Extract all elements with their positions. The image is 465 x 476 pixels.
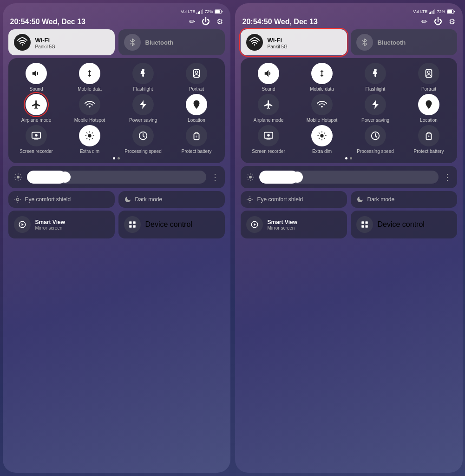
wifi-label: Wi-Fi <box>268 37 282 44</box>
quick-icon-location <box>418 94 439 115</box>
eye-comfort-icon <box>14 196 21 203</box>
smart-view-sublabel: Mirror screen <box>268 225 297 231</box>
wifi-toggle[interactable]: Wi-Fi Pankil 5G <box>8 29 115 55</box>
header-datetime: 20:54:50 Wed, Dec 13 <box>242 18 318 26</box>
quick-icon-sound <box>26 63 47 84</box>
edit-icon[interactable]: ✏ <box>421 17 427 26</box>
quick-item-location[interactable]: Location <box>171 94 222 123</box>
svg-point-37 <box>254 44 255 46</box>
smart-view-label: Smart View <box>35 219 65 225</box>
quick-item-airplane[interactable]: Airplane mode <box>243 94 294 123</box>
svg-rect-28 <box>133 225 135 228</box>
smart-view-tile[interactable]: Smart View Mirror screen <box>241 211 347 238</box>
battery-indicator <box>215 9 223 14</box>
dot-indicator <box>11 156 222 160</box>
wifi-toggle[interactable]: Wi-Fi Pankil 5G <box>241 29 347 55</box>
dot-1 <box>345 157 347 159</box>
toggles-row: Wi-Fi Pankil 5G Bluetooth <box>239 29 459 58</box>
quick-icon-flashlight <box>365 63 386 84</box>
device-control-tile[interactable]: Device control <box>118 211 225 238</box>
quick-icon-hotspot <box>311 94 333 115</box>
svg-point-42 <box>321 106 323 108</box>
quick-item-mobile-data[interactable]: Mobile data <box>297 63 347 92</box>
quick-item-protect-battery[interactable]: Protect battery <box>171 125 222 154</box>
status-icons: Vol LTE 72% <box>181 9 223 14</box>
bluetooth-icon <box>356 34 373 51</box>
quick-item-screen-recorder[interactable]: Screen recorder <box>243 125 294 154</box>
quick-label-location: Location <box>420 118 438 123</box>
quick-item-screen-recorder[interactable]: Screen recorder <box>11 125 62 154</box>
quick-label-processing-speed: Processing speed <box>124 149 162 154</box>
wifi-label: Wi-Fi <box>35 37 50 44</box>
device-control-label: Device control <box>145 220 192 229</box>
brightness-thumb <box>292 172 303 183</box>
settings-icon[interactable]: ⚙ <box>216 17 223 26</box>
svg-rect-6 <box>215 10 220 13</box>
svg-point-43 <box>428 102 430 105</box>
header-actions: ✏ ⏻ ⚙ <box>189 17 223 26</box>
brightness-more-icon[interactable]: ⋮ <box>443 172 452 182</box>
quick-item-processing-speed[interactable]: Processing speed <box>118 125 169 154</box>
brightness-track[interactable] <box>27 171 206 184</box>
quick-grid-container: Sound Mobile data Flashlight Portrait Ai… <box>8 58 225 163</box>
eye-comfort-btn[interactable]: Eye comfort shield <box>8 191 115 208</box>
phones-container: hidden Vol LTE 72% 20:54:50 Wed, Dec 13 … <box>3 3 463 473</box>
svg-rect-0 <box>196 13 197 14</box>
quick-item-extra-dim[interactable]: Extra dim <box>65 125 115 154</box>
svg-point-50 <box>249 176 252 178</box>
quick-icon-extra-dim <box>311 125 333 146</box>
brightness-more-icon[interactable]: ⋮ <box>211 172 219 182</box>
brightness-thumb <box>59 172 71 183</box>
lte-icon: LTE <box>420 9 428 14</box>
quick-item-flashlight[interactable]: Flashlight <box>118 63 169 92</box>
quick-item-mobile-data[interactable]: Mobile data <box>65 63 115 92</box>
smart-view-tile[interactable]: Smart View Mirror screen <box>8 211 115 238</box>
quick-grid-row1: Sound Mobile data Flashlight Portrait <box>11 63 222 92</box>
eye-comfort-icon <box>246 196 254 203</box>
comfort-row: Eye comfort shield Dark mode <box>241 191 457 208</box>
eye-comfort-btn[interactable]: Eye comfort shield <box>241 191 347 208</box>
svg-rect-35 <box>447 10 452 13</box>
quick-item-power-saving[interactable]: Power saving <box>118 94 169 123</box>
svg-point-13 <box>89 106 91 108</box>
brightness-row[interactable]: ⋮ <box>241 166 457 188</box>
brightness-row[interactable]: ⋮ <box>8 166 225 188</box>
quick-item-portrait[interactable]: Portrait <box>171 63 222 92</box>
quick-item-hotspot[interactable]: Mobile Hotspot <box>297 94 347 123</box>
comfort-row: Eye comfort shield Dark mode <box>8 191 225 208</box>
quick-grid-row2: Airplane mode Mobile Hotspot Power savin… <box>243 94 454 123</box>
dark-mode-btn[interactable]: Dark mode <box>351 191 457 208</box>
wifi-icon <box>14 34 31 51</box>
quick-icon-portrait <box>418 63 439 84</box>
brightness-track[interactable] <box>259 171 439 184</box>
status-icons: Vol LTE 72% <box>413 9 455 14</box>
signal-icon <box>429 9 435 14</box>
device-control-icon <box>124 216 141 233</box>
quick-item-location[interactable]: Location <box>404 94 454 123</box>
quick-label-portrait: Portrait <box>421 86 436 92</box>
quick-item-power-saving[interactable]: Power saving <box>350 94 401 123</box>
device-control-tile[interactable]: Device control <box>351 211 457 238</box>
bluetooth-toggle[interactable]: Bluetooth <box>118 29 225 55</box>
quick-item-sound[interactable]: Sound <box>11 63 62 92</box>
power-icon[interactable]: ⏻ <box>434 17 442 26</box>
settings-icon[interactable]: ⚙ <box>449 17 455 26</box>
lte-icon: LTE <box>188 9 196 14</box>
quick-item-processing-speed[interactable]: Processing speed <box>350 125 401 154</box>
quick-item-hotspot[interactable]: Mobile Hotspot <box>65 94 115 123</box>
quick-item-flashlight[interactable]: Flashlight <box>350 63 401 92</box>
quick-item-extra-dim[interactable]: Extra dim <box>297 125 347 154</box>
quick-item-sound[interactable]: Sound <box>243 63 294 92</box>
wifi-icon <box>246 34 263 51</box>
svg-rect-32 <box>433 10 434 14</box>
bluetooth-toggle[interactable]: Bluetooth <box>351 29 457 55</box>
quick-item-airplane[interactable]: Airplane mode <box>11 94 62 123</box>
power-icon[interactable]: ⏻ <box>202 17 210 26</box>
quick-icon-mobile-data <box>311 63 333 84</box>
quick-item-portrait[interactable]: Portrait <box>404 63 454 92</box>
dark-mode-btn[interactable]: Dark mode <box>118 191 225 208</box>
quick-item-protect-battery[interactable]: Protect battery <box>404 125 454 154</box>
smart-view-icon <box>246 216 263 233</box>
battery-icon: 72% <box>204 9 213 14</box>
edit-icon[interactable]: ✏ <box>189 17 195 26</box>
